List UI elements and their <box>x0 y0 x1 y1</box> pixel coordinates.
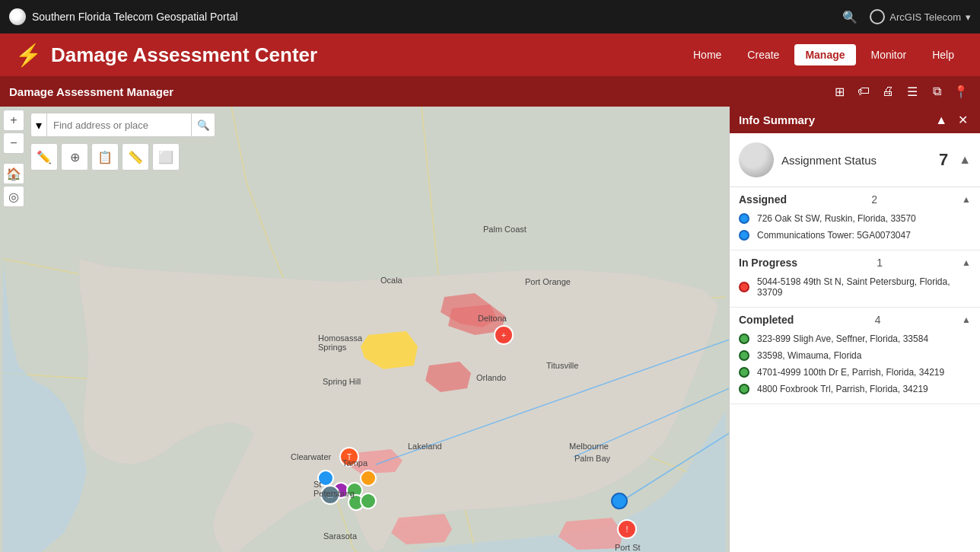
svg-text:!: ! <box>625 525 628 534</box>
assigned-items: 726 Oak St SW, Ruskin, Florida, 33570 Co… <box>730 209 980 250</box>
filter-button[interactable]: 🏷 <box>854 81 873 101</box>
header-left: ⚡ Damage Assessment Center <box>15 43 317 68</box>
item-text: 4800 Foxbrook Trl, Parrish, Florida, 342… <box>757 384 928 394</box>
list-view-button[interactable]: ☰ <box>902 81 922 101</box>
top-bar: Southern Florida Telecom Geospatial Port… <box>0 0 980 34</box>
gps-button[interactable]: ◎ <box>3 186 24 207</box>
completed-section-header: Completed 4 ▲ <box>730 308 980 329</box>
measure-tool-button[interactable]: 📏 <box>122 143 149 171</box>
in-progress-section-header: In Progress 1 ▲ <box>730 250 980 272</box>
nav-create[interactable]: Create <box>737 44 790 65</box>
app-logo <box>9 8 26 25</box>
app-header: ⚡ Damage Assessment Center Home Create M… <box>0 34 980 76</box>
grid-view-button[interactable]: ⊞ <box>829 81 849 101</box>
map-tools: ✏️ ⊕ 📋 📏 ⬜ <box>30 143 180 171</box>
item-text: 4701-4999 100th Dr E, Parrish, Florida, … <box>757 367 944 378</box>
info-panel-title: Info Summary <box>739 113 815 126</box>
user-menu[interactable]: ArcGIS Telecom ▾ <box>870 9 971 24</box>
collapse-panel-button[interactable]: ▲ <box>932 113 950 127</box>
top-bar-title: Southern Florida Telecom Geospatial Port… <box>32 11 238 23</box>
assignment-status-row: Assignment Status 7 ▲ <box>730 133 980 187</box>
search-submit-button[interactable]: 🔍 <box>191 113 215 137</box>
layers-button[interactable]: ⧉ <box>927 81 947 101</box>
svg-text:T: T <box>347 453 352 461</box>
status-avatar <box>739 142 774 177</box>
info-panel-header: Info Summary ▲ ✕ <box>730 107 980 133</box>
globe-icon <box>870 9 885 24</box>
status-dot-blue <box>739 230 749 241</box>
list-item[interactable]: 33598, Wimauma, Florida <box>730 347 980 364</box>
list-item[interactable]: Communications Tower: 5GA0073047 <box>730 227 980 244</box>
top-bar-right: 🔍 ArcGIS Telecom ▾ <box>842 9 971 24</box>
assigned-toggle[interactable]: ▲ <box>962 194 971 205</box>
item-text: 726 Oak St SW, Ruskin, Florida, 33570 <box>757 213 916 224</box>
home-extent-button[interactable]: 🏠 <box>3 163 24 184</box>
item-text: 33598, Wimauma, Florida <box>757 350 861 361</box>
info-panel-controls: ▲ ✕ <box>932 113 971 127</box>
nav-manage[interactable]: Manage <box>794 44 855 65</box>
list-item[interactable]: 4800 Foxbrook Trl, Parrish, Florida, 342… <box>730 381 980 397</box>
nav-help[interactable]: Help <box>921 44 965 65</box>
assigned-section-header: Assigned 2 ▲ <box>730 187 980 209</box>
map-svg-container: T ... + ! <box>0 107 729 552</box>
svg-point-17 <box>361 493 376 509</box>
info-panel-body: Assignment Status 7 ▲ Assigned 2 ▲ 726 O… <box>730 133 980 552</box>
sub-header: Damage Assessment Manager ⊞ 🏷 🖨 ☰ ⧉ 📍 <box>0 76 980 107</box>
list-item[interactable]: 726 Oak St SW, Ruskin, Florida, 33570 <box>730 210 980 227</box>
in-progress-count: 1 <box>877 257 883 269</box>
print-button[interactable]: 🖨 <box>878 81 898 101</box>
info-tool-button[interactable]: 📋 <box>91 143 119 171</box>
svg-point-23 <box>612 493 627 509</box>
assignment-status-count: 7 <box>939 150 948 170</box>
item-text: 5044-5198 49th St N, Saint Petersburg, F… <box>757 276 971 298</box>
item-text: Communications Tower: 5GA0073047 <box>757 230 911 241</box>
in-progress-toggle[interactable]: ▲ <box>962 257 971 268</box>
svg-text:+: + <box>501 330 506 340</box>
svg-point-18 <box>361 471 376 486</box>
list-item[interactable]: 5044-5198 49th St N, Saint Petersburg, F… <box>730 273 980 301</box>
main-content: T ... + ! Palm Coast Ocala P <box>0 107 980 552</box>
main-nav: Home Create Manage Monitor Help <box>682 44 965 65</box>
zoom-in-button[interactable]: + <box>3 110 24 131</box>
sub-header-title: Damage Assessment Manager <box>9 85 173 98</box>
dropdown-arrow: ▾ <box>36 118 42 132</box>
status-dot-green <box>739 333 749 344</box>
status-dot-red <box>739 282 749 292</box>
status-dot-green <box>739 384 749 394</box>
app-title: Damage Assessment Center <box>51 43 317 67</box>
assigned-count: 2 <box>871 193 877 206</box>
svg-marker-4 <box>391 514 452 544</box>
toolbar-icons: ⊞ 🏷 🖨 ☰ ⧉ 📍 <box>829 81 971 101</box>
search-dropdown[interactable]: ▾ <box>30 113 46 137</box>
completed-section: Completed 4 ▲ 323-899 Sligh Ave, Seffner… <box>730 308 980 404</box>
svg-text:...: ... <box>327 492 333 499</box>
assigned-section: Assigned 2 ▲ 726 Oak St SW, Ruskin, Flor… <box>730 187 980 250</box>
completed-toggle[interactable]: ▲ <box>962 314 971 325</box>
zoom-out-button[interactable]: − <box>3 132 24 154</box>
item-text: 323-899 Sligh Ave, Seffner, Florida, 335… <box>757 333 928 344</box>
search-icon[interactable]: 🔍 <box>842 10 858 24</box>
search-input[interactable] <box>46 113 191 137</box>
list-item[interactable]: 323-899 Sligh Ave, Seffner, Florida, 335… <box>730 330 980 347</box>
assigned-title: Assigned <box>739 193 787 206</box>
status-dot-green <box>739 350 749 361</box>
completed-count: 4 <box>875 314 881 326</box>
select-tool-button[interactable]: ⊕ <box>61 143 88 171</box>
info-panel: Info Summary ▲ ✕ Assignment Status 7 ▲ A… <box>729 107 980 552</box>
app-icon: ⚡ <box>15 43 42 68</box>
status-dot-green <box>739 367 749 378</box>
nav-home[interactable]: Home <box>682 44 732 65</box>
draw-tool-button[interactable]: ✏️ <box>30 143 58 171</box>
search-bar: ▾ 🔍 <box>30 113 215 137</box>
user-label: ArcGIS Telecom <box>889 11 961 23</box>
svg-point-13 <box>318 471 333 486</box>
map-controls: + − 🏠 ◎ <box>0 107 27 210</box>
list-item[interactable]: 4701-4999 100th Dr E, Parrish, Florida, … <box>730 364 980 381</box>
collapse-status-icon[interactable]: ▲ <box>959 153 971 167</box>
map-area[interactable]: T ... + ! Palm Coast Ocala P <box>0 107 729 552</box>
location-button[interactable]: 📍 <box>951 81 971 101</box>
nav-monitor[interactable]: Monitor <box>861 44 918 65</box>
completed-items: 323-899 Sligh Ave, Seffner, Florida, 335… <box>730 329 980 404</box>
extent-tool-button[interactable]: ⬜ <box>152 143 180 171</box>
close-panel-button[interactable]: ✕ <box>955 113 971 127</box>
